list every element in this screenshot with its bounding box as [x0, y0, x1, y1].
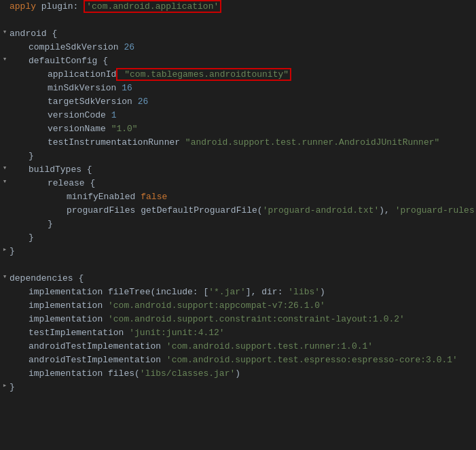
code-line: minifyEnabled false: [0, 190, 476, 204]
line-content: androidTestImplementation 'com.android.s…: [10, 353, 476, 367]
code-line: }: [0, 231, 476, 245]
code-line: ▸}: [0, 245, 476, 258]
line-content: apply plugin: 'com.android.application': [10, 0, 476, 14]
code-line: ▾android {: [0, 27, 476, 41]
fold-gutter[interactable]: ▸: [0, 245, 10, 254]
line-content: androidTestImplementation 'com.android.s…: [10, 340, 476, 353]
line-content: android {: [10, 27, 476, 41]
code-line: testImplementation 'junit:junit:4.12': [0, 326, 476, 340]
line-content: implementation files('libs/classes.jar'): [10, 367, 476, 381]
code-line: testInstrumentationRunner "android.suppo…: [0, 136, 476, 150]
line-content: }: [10, 150, 476, 163]
code-line: versionCode 1: [0, 109, 476, 122]
code-line: ▸}: [0, 381, 476, 394]
line-content: minSdkVersion 16: [10, 82, 476, 95]
code-line: implementation 'com.android.support:appc…: [0, 299, 476, 313]
code-line: ▾release {: [0, 177, 476, 190]
line-content: compileSdkVersion 26: [10, 41, 476, 54]
code-line: ▾dependencies {: [0, 272, 476, 285]
code-line: [0, 258, 476, 272]
code-line: apply plugin: 'com.android.application': [0, 0, 476, 14]
line-content: implementation fileTree(include: ['*.jar…: [10, 285, 476, 299]
code-line: androidTestImplementation 'com.android.s…: [0, 353, 476, 367]
code-line: compileSdkVersion 26: [0, 41, 476, 54]
line-content: dependencies {: [10, 272, 476, 285]
fold-gutter[interactable]: ▾: [0, 54, 10, 63]
line-content: proguardFiles getDefaultProguardFile('pr…: [10, 204, 476, 218]
fold-gutter[interactable]: ▾: [0, 163, 10, 172]
line-content: }: [10, 245, 476, 258]
line-content: }: [10, 218, 476, 231]
code-line: applicationId "com.tablegames.androidtou…: [0, 68, 476, 82]
code-line: [0, 14, 476, 27]
line-content: testImplementation 'junit:junit:4.12': [10, 326, 476, 340]
fold-gutter[interactable]: ▾: [0, 177, 10, 186]
code-line: proguardFiles getDefaultProguardFile('pr…: [0, 204, 476, 218]
fold-gutter[interactable]: ▾: [0, 27, 10, 36]
line-content: implementation 'com.android.support.cons…: [10, 313, 476, 326]
line-content: applicationId "com.tablegames.androidtou…: [10, 68, 476, 82]
code-line: versionName "1.0": [0, 122, 476, 136]
code-line: minSdkVersion 16: [0, 82, 476, 95]
line-content: release {: [10, 177, 476, 190]
code-line: targetSdkVersion 26: [0, 95, 476, 109]
fold-gutter[interactable]: ▾: [0, 272, 10, 281]
line-content: versionName "1.0": [10, 122, 476, 136]
code-line: androidTestImplementation 'com.android.s…: [0, 340, 476, 353]
code-line: implementation 'com.android.support.cons…: [0, 313, 476, 326]
line-content: versionCode 1: [10, 109, 476, 122]
line-content: buildTypes {: [10, 163, 476, 177]
code-line: ▾defaultConfig {: [0, 54, 476, 68]
code-editor: apply plugin: 'com.android.application'▾…: [0, 0, 476, 450]
line-content: }: [10, 231, 476, 245]
fold-gutter[interactable]: ▸: [0, 381, 10, 390]
code-line: implementation fileTree(include: ['*.jar…: [0, 285, 476, 299]
code-line: ▾buildTypes {: [0, 163, 476, 177]
line-content: minifyEnabled false: [10, 190, 476, 204]
line-content: defaultConfig {: [10, 54, 476, 68]
line-content: }: [10, 381, 476, 394]
code-line: }: [0, 150, 476, 163]
line-content: implementation 'com.android.support:appc…: [10, 299, 476, 313]
code-line: implementation files('libs/classes.jar'): [0, 367, 476, 381]
line-content: targetSdkVersion 26: [10, 95, 476, 109]
code-line: }: [0, 218, 476, 231]
line-content: testInstrumentationRunner "android.suppo…: [10, 136, 476, 150]
